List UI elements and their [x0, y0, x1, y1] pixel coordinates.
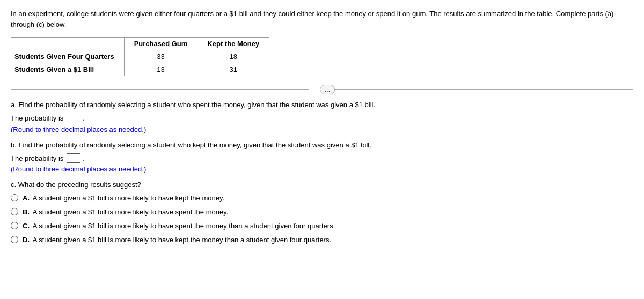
option-label-b: B. A student given a $1 bill is more lik… — [23, 207, 228, 217]
row2-kept: 31 — [197, 63, 269, 76]
option-label-a: A. A student given a $1 bill is more lik… — [23, 193, 224, 203]
row1-label: Students Given Four Quarters — [11, 50, 125, 63]
part-b-round-note: (Round to three decimal places as needed… — [11, 165, 633, 173]
col-kept-money: Kept the Money — [197, 38, 269, 50]
col-purchased-gum: Purchased Gum — [124, 38, 197, 50]
table-row-bill: Students Given a $1 Bill 13 31 — [11, 63, 269, 76]
part-b-probability-line: The probability is . — [11, 153, 633, 163]
row2-label: Students Given a $1 Bill — [11, 63, 125, 76]
part-c-section: c. What do the preceding results suggest… — [11, 180, 633, 245]
row1-purchased: 33 — [124, 50, 197, 63]
part-b-question: b. Find the probability of randomly sele… — [11, 140, 633, 151]
option-b: B. A student given a $1 bill is more lik… — [11, 207, 633, 217]
radio-d[interactable] — [11, 236, 18, 243]
data-table: Purchased Gum Kept the Money Students Gi… — [11, 37, 269, 76]
part-a-section: a. Find the probability of randomly sele… — [11, 100, 633, 133]
col-empty — [11, 38, 125, 50]
part-b-probability-prefix: The probability is — [11, 154, 63, 162]
option-a: A. A student given a $1 bill is more lik… — [11, 193, 633, 203]
part-a-probability-prefix: The probability is — [11, 114, 63, 122]
options-container: A. A student given a $1 bill is more lik… — [11, 193, 633, 245]
part-a-answer-box[interactable] — [67, 114, 80, 123]
part-a-probability-line: The probability is . — [11, 114, 633, 123]
part-b-answer-box[interactable] — [67, 153, 80, 163]
option-d: D. A student given a $1 bill is more lik… — [11, 235, 633, 245]
radio-c[interactable] — [11, 222, 18, 229]
option-c: C. A student given a $1 bill is more lik… — [11, 221, 633, 231]
row2-purchased: 13 — [124, 63, 197, 76]
part-c-question: c. What do the preceding results suggest… — [11, 180, 633, 190]
table-row-quarters: Students Given Four Quarters 33 18 — [11, 50, 269, 63]
part-b-period: . — [83, 154, 85, 162]
intro-text: In an experiment, college students were … — [11, 9, 623, 29]
expand-button[interactable]: ... — [320, 85, 335, 94]
option-label-c: C. A student given a $1 bill is more lik… — [23, 221, 335, 231]
part-a-question: a. Find the probability of randomly sele… — [11, 100, 633, 110]
row1-kept: 18 — [197, 50, 269, 63]
part-a-round-note: (Round to three decimal places as needed… — [11, 125, 633, 133]
option-label-d: D. A student given a $1 bill is more lik… — [23, 235, 331, 245]
radio-b[interactable] — [11, 208, 18, 215]
part-a-period: . — [83, 114, 85, 122]
radio-a[interactable] — [11, 194, 18, 201]
part-b-section: b. Find the probability of randomly sele… — [11, 140, 633, 174]
